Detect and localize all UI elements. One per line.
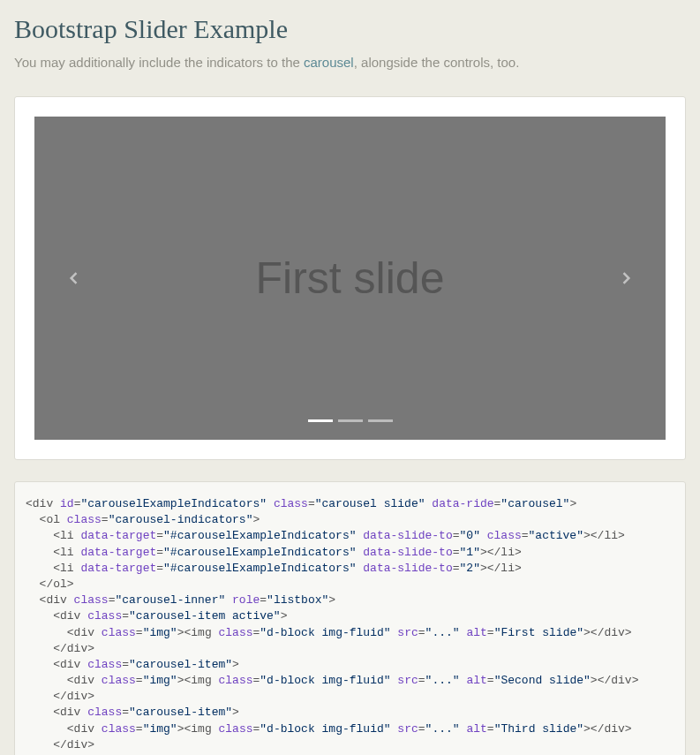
chevron-right-icon xyxy=(617,269,635,287)
carousel-example-card: First slide xyxy=(14,96,686,460)
carousel-slide-label: First slide xyxy=(256,253,445,304)
carousel-prev-button[interactable] xyxy=(34,117,114,440)
carousel-link[interactable]: carousel xyxy=(304,55,354,70)
carousel-indicator-0[interactable] xyxy=(308,419,333,422)
intro-text-before: You may additionally include the indicat… xyxy=(14,55,304,70)
carousel-next-button[interactable] xyxy=(586,117,666,440)
carousel-indicator-1[interactable] xyxy=(338,419,363,422)
carousel-indicator-2[interactable] xyxy=(368,419,393,422)
intro-text-after: , alongside the controls, too. xyxy=(354,55,520,70)
intro-paragraph: You may additionally include the indicat… xyxy=(14,55,686,70)
page-title: Bootstrap Slider Example xyxy=(14,14,686,44)
carousel: First slide xyxy=(34,117,666,440)
code-example: <div id="carouselExampleIndicators" clas… xyxy=(14,481,686,755)
carousel-indicators xyxy=(34,419,666,422)
chevron-left-icon xyxy=(65,269,83,287)
